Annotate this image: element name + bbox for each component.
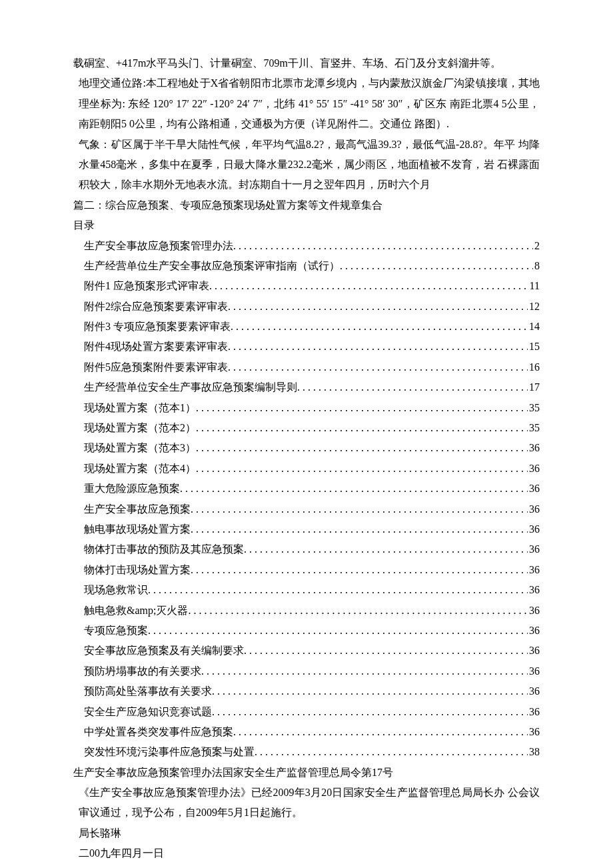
toc-entry-title: 预防坍塌事故的有关要求	[84, 661, 201, 681]
toc-entry: 重大危险源应急预案 36	[84, 479, 540, 499]
toc-entry-title: 重大危险源应急预案	[84, 479, 180, 499]
toc-entry-dots	[209, 276, 528, 296]
toc-entry-page: 2	[533, 236, 540, 256]
toc-entry-dots	[244, 539, 528, 559]
toc-entry-title: 安全事故应急预案及有关编制要求	[84, 641, 244, 661]
toc-entry: 现场急救常识 36	[84, 580, 540, 600]
toc-entry: 触电急救&amp;灭火器 36	[84, 601, 540, 621]
toc-entry-title: 生产安全事故应急预案	[84, 499, 191, 519]
toc-entry-title: 触电事故现场处置方案	[84, 519, 191, 539]
toc-entry-title: 专项应急预案	[84, 621, 148, 641]
toc-entry-title: 附件5应急预案附件要素评审表	[84, 357, 228, 377]
toc-entry-page: 8	[533, 256, 540, 276]
toc-entry-page: 36	[528, 702, 540, 722]
toc-entry-page: 36	[528, 438, 540, 458]
toc-entry-page: 36	[528, 479, 540, 499]
after-toc-line-1: 生产安全事故应急预案管理办法国家安全生产监督管理总局令第17号	[73, 763, 540, 783]
toc-entry-title: 现场急救常识	[84, 580, 148, 600]
toc-entry: 现场处置方案（范本2） 35	[84, 418, 540, 438]
toc-entry-dots	[196, 459, 528, 479]
toc-entry: 现场处置方案（范本4） 36	[84, 459, 540, 479]
toc-entry-page: 36	[528, 560, 540, 580]
toc-entry-title: 触电急救&amp;灭火器	[84, 601, 188, 621]
toc-entry-title: 附件4现场处置方案要素评审表	[84, 337, 228, 357]
toc-entry-page: 17	[528, 377, 540, 397]
toc-entry: 安全事故应急预案及有关编制要求 36	[84, 641, 540, 661]
toc-entry-dots	[196, 438, 528, 458]
toc-entry: 生产安全事故应急预案管理办法 2	[84, 236, 540, 256]
after-toc-line-4: 二00九年四月一日	[79, 843, 540, 863]
toc-container: 生产安全事故应急预案管理办法 2生产经营单位生产安全事故应急预案评审指南（试行）…	[73, 236, 540, 763]
toc-entry-dots	[180, 479, 528, 499]
toc-entry-dots	[297, 377, 528, 397]
toc-entry-page: 36	[528, 681, 540, 701]
toc-entry: 专项应急预案 36	[84, 621, 540, 641]
toc-entry-dots	[212, 702, 528, 722]
toc-entry-title: 现场处置方案（范本4）	[84, 459, 196, 479]
toc-entry-dots	[148, 580, 528, 600]
toc-entry-dots	[228, 337, 528, 357]
toc-entry-title: 现场处置方案（范本3）	[84, 438, 196, 458]
toc-entry: 触电事故现场处置方案 36	[84, 519, 540, 539]
toc-entry-title: 中学处置各类突发事件应急预案	[84, 722, 233, 742]
toc-entry-title: 预防高处坠落事故有关要求	[84, 681, 212, 701]
toc-entry-dots	[231, 317, 528, 337]
toc-entry: 附件1 应急预案形式评审表 11	[84, 276, 540, 296]
toc-entry: 现场处置方案（范本1） 35	[84, 398, 540, 418]
toc-entry-dots	[191, 560, 528, 580]
toc-entry-title: 附件1 应急预案形式评审表	[84, 276, 209, 296]
toc-entry-page: 11	[528, 276, 540, 296]
toc-entry-dots	[340, 256, 533, 276]
toc-entry: 附件5应急预案附件要素评审表 16	[84, 357, 540, 377]
toc-entry: 生产经营单位生产安全事故应急预案评审指南（试行） 8	[84, 256, 540, 276]
toc-entry-title: 生产经营单位安全生产事故应急预案编制导则	[84, 377, 297, 397]
toc-entry-title: 生产安全事故应急预案管理办法	[84, 236, 233, 256]
toc-entry-page: 36	[528, 519, 540, 539]
toc-entry-page: 16	[528, 357, 540, 377]
body-paragraph-2: 地理交通位路:本工程地处于X省省朝阳市北票市龙潭乡境内，与内蒙敖汉旗金厂沟梁镇接…	[79, 73, 540, 134]
toc-entry-page: 36	[528, 499, 540, 519]
body-paragraph-1: 载硐室、+417m水平马头门、计量硐室、709m干川、盲竖井、车场、石门及分支斜…	[73, 53, 540, 73]
toc-entry-dots	[201, 661, 528, 681]
after-toc-line-5: 生产安全事故应急预案管理办法	[79, 864, 540, 868]
toc-entry-title: 物体打击事故的预防及其应急预案	[84, 539, 244, 559]
toc-entry-page: 36	[528, 661, 540, 681]
after-toc-line-2: 《生产安全事故应急预案管理办法》已经2009年3月20日国家安全生产监督管理总局…	[79, 783, 540, 823]
toc-entry-page: 15	[528, 337, 540, 357]
toc-entry-title: 现场处置方案（范本1）	[84, 398, 196, 418]
toc-entry-page: 36	[528, 539, 540, 559]
after-toc-line-3: 局长骆琳	[79, 823, 540, 843]
toc-entry-page: 35	[528, 418, 540, 438]
toc-entry-dots	[228, 297, 528, 317]
toc-entry-dots	[196, 418, 528, 438]
toc-entry-page: 36	[528, 722, 540, 742]
toc-entry-dots	[191, 499, 528, 519]
toc-entry-page: 14	[528, 317, 540, 337]
section-2-title: 篇二：综合应急预案、专项应急预案现场处置方案等文件规章集合	[73, 195, 540, 215]
toc-entry-title: 安全生产应急知识竞赛试题	[84, 702, 212, 722]
toc-entry-dots	[188, 601, 528, 621]
toc-entry-title: 物体打击现场处置方案	[84, 560, 191, 580]
toc-entry-dots	[233, 236, 533, 256]
toc-entry-page: 12	[528, 297, 540, 317]
toc-entry: 突发性环境污染事件应急预案与处置 38	[84, 742, 540, 762]
toc-entry-title: 生产经营单位生产安全事故应急预案评审指南（试行）	[84, 256, 340, 276]
toc-entry: 附件3 专项应急预案要素评审表 14	[84, 317, 540, 337]
toc-entry-page: 38	[528, 742, 540, 762]
toc-entry-dots	[228, 357, 528, 377]
toc-entry-dots	[196, 398, 528, 418]
toc-entry-page: 36	[528, 621, 540, 641]
toc-entry: 生产经营单位安全生产事故应急预案编制导则 17	[84, 377, 540, 397]
toc-heading: 目录	[73, 215, 540, 235]
body-paragraph-3: 气象：矿区属于半干旱大陆性气候，年平均气温8.2?，最高气温39.3?，最低气温…	[79, 135, 540, 195]
toc-entry-title: 现场处置方案（范本2）	[84, 418, 196, 438]
toc-entry: 安全生产应急知识竞赛试题 36	[84, 702, 540, 722]
toc-entry-page: 36	[528, 580, 540, 600]
toc-entry-title: 附件3 专项应急预案要素评审表	[84, 317, 231, 337]
toc-entry: 现场处置方案（范本3） 36	[84, 438, 540, 458]
toc-entry-page: 36	[528, 641, 540, 661]
toc-entry-title: 附件2综合应急预案要素评审表	[84, 297, 228, 317]
toc-entry-page: 36	[528, 459, 540, 479]
toc-entry-dots	[244, 641, 528, 661]
toc-entry-page: 36	[528, 601, 540, 621]
